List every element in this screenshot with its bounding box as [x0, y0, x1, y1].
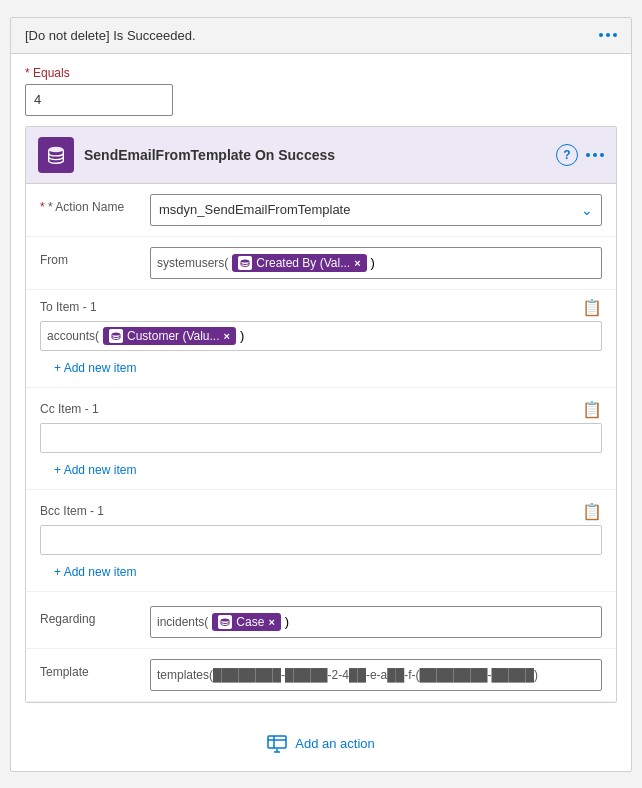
more-options-button[interactable] — [599, 33, 617, 37]
action-name-select[interactable]: msdyn_SendEmailFromTemplate ⌄ — [150, 194, 602, 226]
regarding-value: incidents( Case × — [150, 606, 602, 638]
action-name-label: * * Action Name — [40, 194, 150, 214]
from-label: From — [40, 247, 150, 267]
to-token-close[interactable]: × — [224, 330, 230, 342]
template-value: templates(████████-█████-2-4██-e-a██-f-(… — [157, 668, 538, 682]
action-card: SendEmailFromTemplate On Success ? * * A… — [25, 126, 617, 703]
svg-point-0 — [49, 146, 64, 152]
to-label: To Item - 1 — [40, 300, 97, 314]
add-action-svg-icon — [267, 735, 287, 753]
svg-rect-4 — [268, 736, 286, 748]
from-value: systemusers( Created By (Val... × — [150, 247, 602, 279]
svg-point-1 — [241, 259, 249, 262]
from-prefix: systemusers( — [157, 256, 228, 270]
cc-copy-icon[interactable]: 📋 — [582, 400, 602, 419]
copy-icon[interactable]: 📋 — [582, 298, 602, 317]
to-prefix: accounts( — [47, 329, 99, 343]
from-token-box[interactable]: systemusers( Created By (Val... × — [150, 247, 602, 279]
equals-input[interactable] — [25, 84, 173, 116]
action-card-title: SendEmailFromTemplate On Success — [84, 147, 556, 163]
cc-section: Cc Item - 1 📋 + Add new item — [26, 392, 616, 490]
cc-add-new-item-button[interactable]: + Add new item — [40, 459, 150, 481]
chevron-down-icon: ⌄ — [581, 202, 593, 218]
cc-header: Cc Item - 1 📋 — [26, 392, 616, 423]
bcc-copy-icon[interactable]: 📋 — [582, 502, 602, 521]
bcc-section: Bcc Item - 1 📋 + Add new item — [26, 494, 616, 592]
to-add-new-item-button[interactable]: + Add new item — [40, 357, 150, 379]
add-action-row[interactable]: Add an action — [11, 717, 631, 771]
regarding-label: Regarding — [40, 606, 150, 626]
to-token-box[interactable]: accounts( Customer (Valu... × — [40, 321, 602, 351]
action-name-row: * * Action Name msdyn_SendEmailFromTempl… — [26, 184, 616, 237]
action-name-value: msdyn_SendEmailFromTemplate ⌄ — [150, 194, 602, 226]
database-icon — [45, 144, 67, 166]
help-button[interactable]: ? — [556, 144, 578, 166]
to-section: To Item - 1 📋 accounts( — [26, 290, 616, 388]
regarding-token-close[interactable]: × — [268, 616, 274, 628]
card-body: * * Action Name msdyn_SendEmailFromTempl… — [26, 184, 616, 702]
bcc-token-box[interactable] — [40, 525, 602, 555]
bcc-label: Bcc Item - 1 — [40, 504, 104, 518]
template-label: Template — [40, 659, 150, 679]
from-row: From systemusers( Cr — [26, 237, 616, 290]
equals-section: * Equals — [11, 54, 631, 126]
from-token-close[interactable]: × — [354, 257, 360, 269]
bcc-add-new-item-button[interactable]: + Add new item — [40, 561, 150, 583]
add-action-icon — [267, 735, 287, 753]
main-card: [Do not delete] Is Succeeded. * Equals S… — [10, 17, 632, 772]
action-icon-wrap — [38, 137, 74, 173]
cc-input-row: + Add new item — [26, 423, 616, 485]
svg-point-2 — [112, 332, 120, 335]
regarding-token-box[interactable]: incidents( Case × — [150, 606, 602, 638]
action-more-options-button[interactable] — [586, 153, 604, 157]
cc-label: Cc Item - 1 — [40, 402, 99, 416]
action-card-controls: ? — [556, 144, 604, 166]
bcc-header: Bcc Item - 1 📋 — [26, 494, 616, 525]
template-value-wrap: templates(████████-█████-2-4██-e-a██-f-(… — [150, 659, 602, 691]
cc-token-box[interactable] — [40, 423, 602, 453]
outer-header-title: [Do not delete] Is Succeeded. — [25, 28, 196, 43]
regarding-token-icon — [218, 615, 232, 629]
equals-label: * Equals — [25, 66, 617, 80]
to-input-row: accounts( Customer (Valu... × — [26, 321, 616, 383]
add-action-label: Add an action — [295, 736, 375, 751]
template-token-box[interactable]: templates(████████-█████-2-4██-e-a██-f-(… — [150, 659, 602, 691]
from-token: Created By (Val... × — [232, 254, 366, 272]
action-card-header: SendEmailFromTemplate On Success ? — [26, 127, 616, 184]
regarding-token: Case × — [212, 613, 280, 631]
to-token-icon — [109, 329, 123, 343]
to-header: To Item - 1 📋 — [26, 290, 616, 321]
from-token-icon — [238, 256, 252, 270]
to-token: Customer (Valu... × — [103, 327, 236, 345]
svg-point-3 — [221, 618, 229, 621]
regarding-prefix: incidents( — [157, 615, 208, 629]
template-row: Template templates(████████-█████-2-4██-… — [26, 649, 616, 702]
bcc-input-row: + Add new item — [26, 525, 616, 587]
outer-header: [Do not delete] Is Succeeded. — [11, 18, 631, 54]
regarding-row: Regarding incidents( — [26, 596, 616, 649]
